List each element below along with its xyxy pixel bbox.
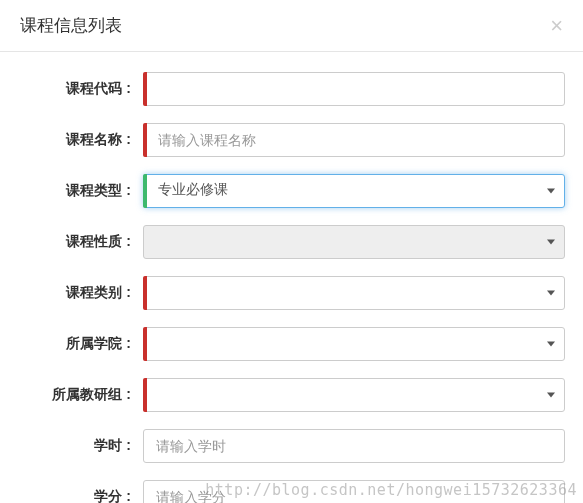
label-course-nature: 课程性质 : — [18, 233, 143, 251]
form-body: 课程代码 : 课程名称 : 课程类型 : 专业必修课 课程性质 : 课程类别 : — [0, 52, 583, 503]
group-select[interactable] — [143, 378, 565, 412]
watermark-text: http://blog.csdn.net/hongwei15732623364 — [205, 481, 577, 499]
label-college: 所属学院 : — [18, 335, 143, 353]
wrap-group — [143, 378, 565, 412]
course-nature-select[interactable] — [143, 225, 565, 259]
wrap-course-category — [143, 276, 565, 310]
label-credits: 学分 : — [18, 488, 143, 503]
row-course-name: 课程名称 : — [18, 123, 565, 157]
valid-bar-icon — [143, 174, 147, 208]
row-college: 所属学院 : — [18, 327, 565, 361]
required-bar-icon — [143, 123, 147, 157]
row-course-type: 课程类型 : 专业必修课 — [18, 174, 565, 208]
required-bar-icon — [143, 327, 147, 361]
label-course-code: 课程代码 : — [18, 80, 143, 98]
modal-header: 课程信息列表 × — [0, 0, 583, 52]
wrap-course-type: 专业必修课 — [143, 174, 565, 208]
wrap-hours — [143, 429, 565, 463]
required-bar-icon — [143, 378, 147, 412]
label-hours: 学时 : — [18, 437, 143, 455]
wrap-course-nature — [143, 225, 565, 259]
close-icon[interactable]: × — [550, 15, 563, 37]
row-course-nature: 课程性质 : — [18, 225, 565, 259]
required-bar-icon — [143, 276, 147, 310]
row-group: 所属教研组 : — [18, 378, 565, 412]
course-type-select[interactable]: 专业必修课 — [143, 174, 565, 208]
course-name-input[interactable] — [143, 123, 565, 157]
required-bar-icon — [143, 72, 147, 106]
wrap-course-name — [143, 123, 565, 157]
row-course-category: 课程类别 : — [18, 276, 565, 310]
wrap-course-code — [143, 72, 565, 106]
course-category-select[interactable] — [143, 276, 565, 310]
wrap-college — [143, 327, 565, 361]
course-code-input[interactable] — [143, 72, 565, 106]
row-hours: 学时 : — [18, 429, 565, 463]
label-group: 所属教研组 : — [18, 386, 143, 404]
label-course-type: 课程类型 : — [18, 182, 143, 200]
row-course-code: 课程代码 : — [18, 72, 565, 106]
college-select[interactable] — [143, 327, 565, 361]
label-course-category: 课程类别 : — [18, 284, 143, 302]
label-course-name: 课程名称 : — [18, 131, 143, 149]
modal-title: 课程信息列表 — [20, 14, 122, 37]
hours-input[interactable] — [143, 429, 565, 463]
